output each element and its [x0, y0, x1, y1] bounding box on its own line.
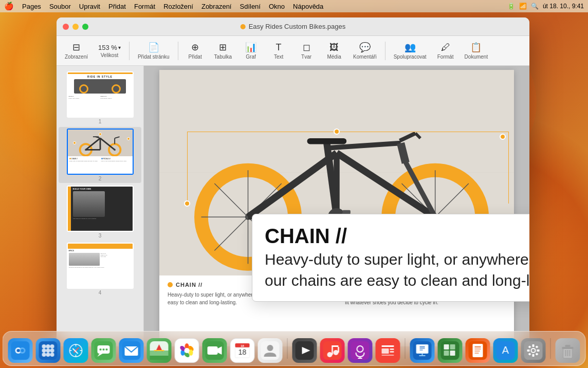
- chain-title: CHAIN //: [176, 282, 203, 288]
- document-canvas[interactable]: CHAIN // Heavy-duty to super light, or a…: [144, 66, 529, 346]
- svg-rect-147: [532, 344, 535, 347]
- dock-appstore[interactable]: A: [493, 338, 518, 363]
- svg-point-53: [17, 349, 20, 352]
- format-icon: 🖊: [441, 42, 450, 53]
- dock-calendar[interactable]: 18 18: [230, 338, 255, 363]
- page-sidebar[interactable]: RIDE IN STYLE CHAIN // Heavy-duty chains: [57, 66, 144, 346]
- zoom-chevron: ▾: [118, 45, 121, 50]
- view-button[interactable]: ⊟ Zobrazení: [61, 40, 92, 62]
- apple-menu[interactable]: 🍎: [4, 2, 14, 11]
- dock: 18 18: [3, 331, 586, 366]
- toolbar: ⊟ Zobrazení 153 % ▾ Velikost 📄 Přidat st…: [57, 36, 529, 66]
- add-button[interactable]: ⊕ Přidat: [182, 40, 208, 62]
- menu-help[interactable]: Nápověda: [293, 3, 323, 10]
- dock-launchpad[interactable]: [36, 338, 61, 363]
- datetime: út 18. 10., 9:41: [543, 3, 584, 10]
- svg-rect-131: [441, 341, 460, 360]
- page-thumb-1[interactable]: RIDE IN STYLE CHAIN // Heavy-duty chains: [59, 70, 141, 126]
- format-button[interactable]: 🖊 Formát: [433, 40, 458, 62]
- media-icon: 🖼: [329, 42, 339, 53]
- selection-line-left: [187, 132, 188, 204]
- dock-numbers[interactable]: [438, 338, 463, 363]
- dock-keynote[interactable]: [410, 338, 435, 363]
- menu-edit[interactable]: Upravit: [79, 3, 100, 10]
- menu-add[interactable]: Přidat: [108, 3, 126, 10]
- page-num-3: 3: [99, 233, 102, 238]
- collab-button[interactable]: 👥 Spolupracovat: [390, 40, 431, 62]
- chart-button[interactable]: 📊 Graf: [238, 40, 264, 62]
- dock-finder[interactable]: [8, 338, 33, 363]
- dock-news[interactable]: [376, 338, 400, 363]
- add-icon: ⊕: [191, 42, 199, 53]
- shape-button[interactable]: ◻ Tvar: [293, 40, 319, 62]
- menu-pages[interactable]: Pages: [22, 3, 41, 10]
- menu-share[interactable]: Sdílení: [240, 3, 260, 10]
- dock-pages[interactable]: [466, 338, 490, 363]
- dock-settings[interactable]: [521, 338, 546, 363]
- svg-point-108: [327, 352, 333, 357]
- dock-maps[interactable]: [147, 338, 172, 363]
- document-page[interactable]: CHAIN // Heavy-duty to super light, or a…: [159, 70, 514, 346]
- svg-text:A: A: [502, 344, 509, 356]
- dock-podcasts[interactable]: [348, 338, 373, 363]
- dock-separator: [287, 338, 288, 359]
- dock-music[interactable]: [320, 338, 345, 363]
- page-num-4: 4: [99, 290, 102, 296]
- svg-rect-125: [417, 345, 428, 353]
- table-button[interactable]: ⊞ Tabulka: [210, 40, 236, 62]
- page-num-1: 1: [99, 119, 102, 124]
- dock-contacts[interactable]: [258, 338, 283, 363]
- svg-point-54: [21, 349, 24, 352]
- media-button[interactable]: 🖼 Média: [321, 40, 347, 62]
- menu-file[interactable]: Soubor: [49, 3, 71, 10]
- dock-photos[interactable]: [175, 338, 199, 363]
- svg-rect-132: [444, 344, 449, 349]
- menu-view[interactable]: Zobrazení: [201, 3, 232, 10]
- svg-line-41: [401, 143, 406, 163]
- selection-handle-left[interactable]: [184, 200, 190, 207]
- table-icon: ⊞: [219, 42, 227, 53]
- close-button[interactable]: [63, 24, 69, 30]
- pages-window: Easy Rides Custom Bikes.pages ⊟ Zobrazen…: [57, 17, 529, 346]
- toolbar-sep-3: [385, 42, 385, 60]
- svg-point-90: [189, 349, 193, 356]
- chain-dot: [168, 282, 173, 287]
- zoom-control[interactable]: 153 % ▾ Velikost: [94, 42, 125, 60]
- page-thumb-img-2: CHAIN // Heavy-duty to super light chain…: [67, 128, 134, 175]
- svg-rect-84: [150, 356, 169, 360]
- svg-rect-157: [562, 347, 574, 349]
- dock-trash[interactable]: [556, 338, 580, 363]
- selection-handle-top[interactable]: [334, 128, 340, 135]
- page-thumb-4[interactable]: SPECS Size: 52 cm Weight: 8.5 kg Color: …: [59, 241, 141, 297]
- comment-button[interactable]: 💬 Komentáři: [349, 40, 381, 62]
- menu-window[interactable]: Okno: [269, 3, 285, 10]
- selection-handle-right[interactable]: [500, 134, 506, 140]
- add-page-icon: 📄: [148, 42, 159, 53]
- dock-facetime[interactable]: [203, 338, 227, 363]
- dock-mail[interactable]: [119, 338, 144, 363]
- dock-appletv[interactable]: [292, 338, 317, 363]
- svg-point-63: [46, 353, 50, 357]
- svg-point-61: [50, 348, 54, 353]
- page-thumb-2[interactable]: CHAIN // Heavy-duty to super light chain…: [59, 127, 141, 183]
- menu-arrange[interactable]: Rozložení: [163, 3, 193, 10]
- svg-point-146: [532, 349, 535, 352]
- menu-format[interactable]: Formát: [134, 3, 155, 10]
- svg-rect-148: [532, 354, 535, 357]
- page-thumb-3[interactable]: BUILD YOUR OWN This frame is a canvas fo…: [59, 184, 141, 240]
- document-button[interactable]: 📋 Dokument: [461, 40, 492, 62]
- battery-icon: 🔋: [507, 3, 515, 10]
- minimize-button[interactable]: [72, 24, 79, 30]
- svg-rect-121: [390, 351, 394, 353]
- maximize-button[interactable]: [82, 24, 88, 30]
- add-page-button[interactable]: 📄 Přidat stránku: [134, 40, 174, 62]
- dock-safari[interactable]: [64, 338, 88, 363]
- traffic-lights: [63, 24, 88, 30]
- selection-line-right: [508, 132, 509, 204]
- svg-point-104: [267, 345, 273, 351]
- dock-messages[interactable]: [91, 338, 116, 363]
- svg-rect-133: [450, 344, 455, 349]
- toolbar-sep-2: [178, 42, 178, 60]
- search-icon[interactable]: 🔍: [531, 3, 539, 10]
- text-button[interactable]: T Text: [266, 40, 291, 62]
